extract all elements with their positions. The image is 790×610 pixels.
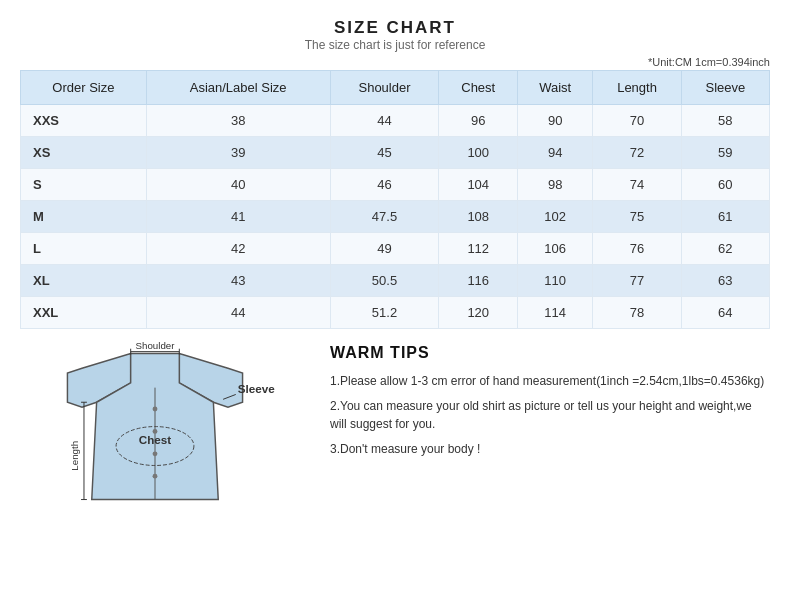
table-cell: 51.2 bbox=[330, 297, 439, 329]
table-cell: 46 bbox=[330, 169, 439, 201]
table-cell: 63 bbox=[681, 265, 769, 297]
table-cell: XXL bbox=[21, 297, 147, 329]
table-cell: 39 bbox=[146, 137, 330, 169]
table-cell: 60 bbox=[681, 169, 769, 201]
table-cell: 108 bbox=[439, 201, 518, 233]
table-header: Length bbox=[593, 71, 681, 105]
warm-tip-2: 2.You can measure your old shirt as pict… bbox=[330, 397, 770, 433]
table-cell: 61 bbox=[681, 201, 769, 233]
table-cell: 58 bbox=[681, 105, 769, 137]
table-cell: 64 bbox=[681, 297, 769, 329]
table-row: S4046104987460 bbox=[21, 169, 770, 201]
table-cell: 40 bbox=[146, 169, 330, 201]
table-cell: 76 bbox=[593, 233, 681, 265]
table-cell: 120 bbox=[439, 297, 518, 329]
table-row: XXL4451.21201147864 bbox=[21, 297, 770, 329]
table-cell: XL bbox=[21, 265, 147, 297]
table-header: Chest bbox=[439, 71, 518, 105]
table-cell: 59 bbox=[681, 137, 769, 169]
table-cell: 94 bbox=[518, 137, 593, 169]
table-header: Order Size bbox=[21, 71, 147, 105]
warm-tips-section: WARM TIPS 1.Please allow 1-3 cm error of… bbox=[310, 339, 770, 465]
table-row: M4147.51081027561 bbox=[21, 201, 770, 233]
subtitle: The size chart is just for reference bbox=[20, 38, 770, 52]
table-cell: 116 bbox=[439, 265, 518, 297]
page-title: SIZE CHART bbox=[20, 18, 770, 38]
table-cell: 44 bbox=[330, 105, 439, 137]
table-cell: 90 bbox=[518, 105, 593, 137]
svg-text:Shoulder: Shoulder bbox=[136, 340, 176, 351]
table-cell: 44 bbox=[146, 297, 330, 329]
table-row: L42491121067662 bbox=[21, 233, 770, 265]
table-cell: 110 bbox=[518, 265, 593, 297]
table-cell: 96 bbox=[439, 105, 518, 137]
table-cell: L bbox=[21, 233, 147, 265]
table-cell: 43 bbox=[146, 265, 330, 297]
table-cell: 77 bbox=[593, 265, 681, 297]
table-cell: 49 bbox=[330, 233, 439, 265]
table-cell: 106 bbox=[518, 233, 593, 265]
svg-text:Length: Length bbox=[69, 441, 80, 471]
table-cell: 112 bbox=[439, 233, 518, 265]
table-cell: XXS bbox=[21, 105, 147, 137]
table-cell: S bbox=[21, 169, 147, 201]
table-cell: 41 bbox=[146, 201, 330, 233]
table-cell: 38 bbox=[146, 105, 330, 137]
size-chart-table: Order SizeAsian/Label SizeShoulderChestW… bbox=[20, 70, 770, 329]
unit-note: *Unit:CM 1cm=0.394inch bbox=[20, 56, 770, 68]
table-header: Asian/Label Size bbox=[146, 71, 330, 105]
table-cell: 72 bbox=[593, 137, 681, 169]
table-cell: 104 bbox=[439, 169, 518, 201]
table-header: Waist bbox=[518, 71, 593, 105]
table-header: Shoulder bbox=[330, 71, 439, 105]
table-cell: XS bbox=[21, 137, 147, 169]
table-cell: 75 bbox=[593, 201, 681, 233]
svg-point-2 bbox=[153, 407, 158, 412]
table-cell: 62 bbox=[681, 233, 769, 265]
table-cell: 50.5 bbox=[330, 265, 439, 297]
table-cell: 102 bbox=[518, 201, 593, 233]
svg-text:Sleeve: Sleeve bbox=[238, 382, 275, 395]
shirt-diagram: Shoulder Length Chest Sleeve bbox=[20, 339, 310, 524]
warm-tips-title: WARM TIPS bbox=[330, 344, 770, 362]
warm-tip-3: 3.Don't measure your body ! bbox=[330, 440, 770, 458]
table-cell: 47.5 bbox=[330, 201, 439, 233]
table-cell: 74 bbox=[593, 169, 681, 201]
table-header: Sleeve bbox=[681, 71, 769, 105]
table-row: XL4350.51161107763 bbox=[21, 265, 770, 297]
table-cell: 42 bbox=[146, 233, 330, 265]
table-cell: M bbox=[21, 201, 147, 233]
table-cell: 45 bbox=[330, 137, 439, 169]
table-cell: 98 bbox=[518, 169, 593, 201]
svg-text:Chest: Chest bbox=[139, 433, 172, 446]
warm-tip-1: 1.Please allow 1-3 cm error of hand meas… bbox=[330, 372, 770, 390]
table-cell: 114 bbox=[518, 297, 593, 329]
table-cell: 100 bbox=[439, 137, 518, 169]
svg-point-5 bbox=[153, 474, 158, 479]
table-cell: 70 bbox=[593, 105, 681, 137]
table-row: XXS384496907058 bbox=[21, 105, 770, 137]
table-cell: 78 bbox=[593, 297, 681, 329]
svg-point-4 bbox=[153, 451, 158, 456]
table-row: XS3945100947259 bbox=[21, 137, 770, 169]
